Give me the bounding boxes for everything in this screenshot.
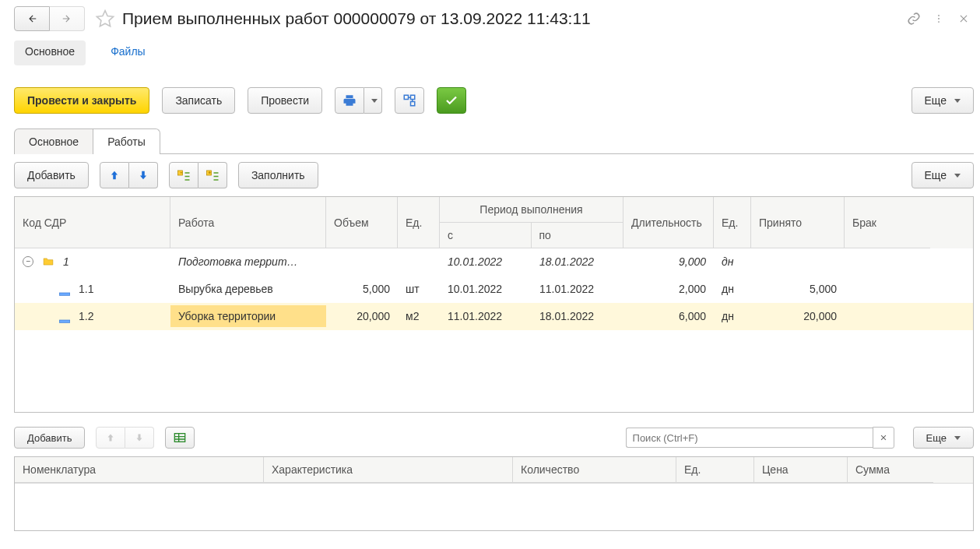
arrow-up-icon xyxy=(106,432,115,443)
add-material-button[interactable]: Добавить xyxy=(14,427,85,449)
svg-rect-3 xyxy=(404,95,408,99)
svg-rect-5 xyxy=(411,102,415,106)
cell-from: 10.01.2022 xyxy=(440,278,532,300)
close-button[interactable] xyxy=(957,12,971,26)
col-work: Работа xyxy=(170,197,326,248)
more-button[interactable]: Еще xyxy=(912,87,975,114)
cell-work: Вырубка деревьев xyxy=(170,278,326,300)
col-period-from: с xyxy=(440,223,532,248)
item-icon xyxy=(58,287,71,291)
caret-down-icon xyxy=(371,99,378,103)
move-up-button[interactable] xyxy=(100,162,129,188)
collapse-tree-icon xyxy=(177,168,191,182)
cell-defect xyxy=(845,311,930,321)
toolbar-materials: Добавить Еще xyxy=(14,427,974,449)
arrow-right-icon xyxy=(61,13,73,24)
col-char: Характеристика xyxy=(264,457,513,483)
link-button[interactable] xyxy=(907,12,921,26)
cell-unit: м2 xyxy=(398,305,440,327)
svg-point-2 xyxy=(938,21,940,23)
col-price: Цена xyxy=(754,457,848,483)
table-row[interactable]: 1.2Уборка территории20,000м211.01.202218… xyxy=(15,303,973,330)
cell-volume: 5,000 xyxy=(326,278,398,300)
cell-defect xyxy=(845,257,930,266)
col-qty: Количество xyxy=(513,457,676,483)
item-icon xyxy=(58,314,71,318)
cell-from: 11.01.2022 xyxy=(440,305,532,327)
cell-code: 1.2 xyxy=(15,305,170,327)
cell-to: 18.01.2022 xyxy=(532,251,623,273)
expand-nodes-button[interactable] xyxy=(198,162,227,188)
fill-button[interactable]: Заполнить xyxy=(238,162,318,188)
materials-grid[interactable]: Номенклатура Характеристика Количество Е… xyxy=(14,456,974,531)
collapse-nodes-button[interactable] xyxy=(169,162,198,188)
star-outline-icon xyxy=(95,9,115,29)
svg-rect-11 xyxy=(59,293,69,295)
works-more-button[interactable]: Еще xyxy=(912,162,975,188)
cell-code: 1.1 xyxy=(15,278,170,300)
cell-work: Уборка территории xyxy=(170,305,326,327)
cell-unit xyxy=(398,257,440,266)
post-button[interactable]: Провести xyxy=(248,87,322,114)
arrow-down-icon xyxy=(135,432,144,443)
approve-button[interactable] xyxy=(437,87,466,114)
svg-rect-4 xyxy=(411,95,415,99)
table-row[interactable]: 1.1Вырубка деревьев5,000шт10.01.202211.0… xyxy=(15,276,973,303)
favorite-star-button[interactable] xyxy=(93,6,118,31)
subtab-main[interactable]: Основное xyxy=(14,128,93,154)
table-pick-icon xyxy=(173,431,187,444)
cell-dur-unit: дн xyxy=(714,251,751,273)
col-period-to: по xyxy=(532,223,623,248)
close-icon xyxy=(958,13,969,24)
col-defect: Брак xyxy=(845,197,930,248)
cell-from: 10.01.2022 xyxy=(440,251,532,273)
table-row[interactable]: −1Подготовка террит…10.01.202218.01.2022… xyxy=(15,248,973,276)
svg-rect-10 xyxy=(209,171,210,174)
search-clear-button[interactable] xyxy=(873,427,894,449)
add-row-button[interactable]: Добавить xyxy=(14,162,89,188)
print-dropdown-button[interactable] xyxy=(364,87,382,114)
cell-dur-unit: дн xyxy=(714,278,751,300)
search-input[interactable] xyxy=(626,428,873,448)
page-title: Прием выполненных работ 000000079 от 13.… xyxy=(122,9,591,28)
close-icon xyxy=(880,434,887,442)
col-volume: Объем xyxy=(326,197,398,248)
nav-forward-button[interactable] xyxy=(50,6,85,31)
print-button[interactable] xyxy=(335,87,364,114)
materials-grid-header: Номенклатура Характеристика Количество Е… xyxy=(15,457,973,483)
check-icon xyxy=(444,93,458,107)
arrow-up-icon xyxy=(109,169,120,181)
cell-defect xyxy=(845,284,930,294)
structure-button[interactable] xyxy=(395,87,424,114)
more-label: Еще xyxy=(925,169,947,181)
write-button[interactable]: Записать xyxy=(162,87,235,114)
nav-back-button[interactable] xyxy=(14,6,50,31)
svg-rect-12 xyxy=(59,320,69,322)
link-icon xyxy=(907,12,921,26)
subtab-works[interactable]: Работы xyxy=(93,128,160,154)
works-grid[interactable]: Код СДР Работа Объем Ед. Период выполнен… xyxy=(14,196,974,413)
section-tabs: Основное Файлы xyxy=(14,40,974,65)
section-tab-files[interactable]: Файлы xyxy=(100,40,156,65)
printer-icon xyxy=(342,93,357,107)
folder-icon xyxy=(41,256,55,267)
cell-to: 11.01.2022 xyxy=(532,278,623,300)
move-up-button[interactable] xyxy=(96,427,125,449)
tree-collapse-icon[interactable]: − xyxy=(23,256,33,267)
col-accepted: Принято xyxy=(751,197,845,248)
materials-more-button[interactable]: Еще xyxy=(913,427,974,449)
arrow-down-icon xyxy=(138,169,149,181)
post-close-button[interactable]: Провести и закрыть xyxy=(14,87,149,114)
kebab-menu-button[interactable] xyxy=(932,12,946,26)
move-down-button[interactable] xyxy=(129,162,158,188)
works-grid-header: Код СДР Работа Объем Ед. Период выполнен… xyxy=(15,197,973,248)
pick-button[interactable] xyxy=(165,427,195,449)
cell-duration: 6,000 xyxy=(623,305,714,327)
section-tab-main[interactable]: Основное xyxy=(14,40,86,65)
move-down-button[interactable] xyxy=(125,427,154,449)
cell-dur-unit: дн xyxy=(714,305,751,327)
more-label: Еще xyxy=(926,432,947,444)
expand-tree-icon xyxy=(205,168,220,182)
cell-work: Подготовка террит… xyxy=(170,251,326,273)
cell-volume: 20,000 xyxy=(326,305,398,327)
